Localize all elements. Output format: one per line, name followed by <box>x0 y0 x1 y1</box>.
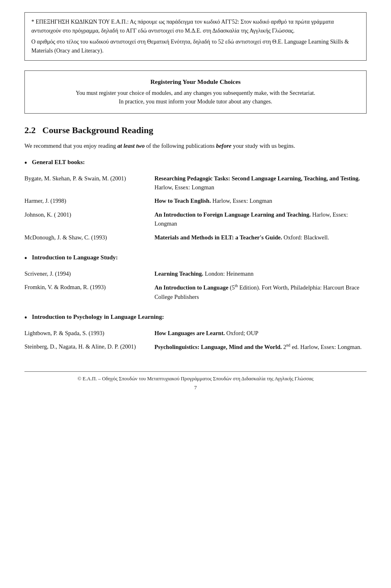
author-cell: McDonough, J. & Shaw, C. (1993) <box>24 232 154 245</box>
ref-cell: How to Teach English. Harlow, Essex: Lon… <box>154 195 367 208</box>
intro-language-study-heading: • Introduction to Language Study: <box>24 254 367 263</box>
superscript: th <box>235 283 238 288</box>
author-cell: Bygate, M. Skehan, P. & Swain, M. (2001) <box>24 173 154 195</box>
bullet-icon: • <box>24 314 27 323</box>
author-cell: Fromkin, V. & Rodman, R. (1993) <box>24 281 154 305</box>
footer: © Ε.Α.Π. – Οδηγός Σπουδών του Μεταπτυχια… <box>24 371 367 391</box>
ref-title: An Introduction to Foreign Language Lear… <box>154 211 311 218</box>
ref-cell: An Introduction to Language (5th Edition… <box>154 281 367 305</box>
ref-cell: Psycholinguistics: Language, Mind and th… <box>154 341 367 355</box>
author-cell: Steinberg, D., Nagata, H. & Aline, D. P.… <box>24 341 154 355</box>
section-number: 2.2 <box>24 125 36 135</box>
table-row: Johnson, K. ( 2001) An Introduction to F… <box>24 209 367 232</box>
intro-bold2: before <box>216 143 231 149</box>
intro-psychology-heading: • Introduction to Psychology in Language… <box>24 314 367 323</box>
register-box-line2: In practice, you must inform your Module… <box>35 97 356 106</box>
footer-text: © Ε.Α.Π. – Οδηγός Σπουδών του Μεταπτυχια… <box>24 376 367 382</box>
intro-psychology-table: Lightbown, P. & Spada, S. (1993) How Lan… <box>24 327 367 355</box>
ref-title: How to Teach English. <box>154 197 211 204</box>
register-box-title: Registering Your Module Choices <box>35 78 356 86</box>
author-cell: Johnson, K. ( 2001) <box>24 209 154 232</box>
ref-title: How Languages are Learnt. <box>154 330 225 336</box>
ref-cell: Materials and Methods in ELT: a Teacher'… <box>154 232 367 245</box>
bullet-icon: • <box>24 159 27 168</box>
table-row: McDonough, J. & Shaw, C. (1993) Material… <box>24 232 367 245</box>
top-note-box: * ΕΠΕΞΗΓΗΣΗ ΚΩΔΙΚΩΝ ΤΟΥ Ε.Α.Π.: Ας πάρου… <box>24 12 367 61</box>
register-box-line1: You must register your choice of modules… <box>35 89 356 97</box>
table-row: Steinberg, D., Nagata, H. & Aline, D. P.… <box>24 341 367 355</box>
ref-title: Researching Pedagogic Tasks: Second Lang… <box>154 175 360 182</box>
ref-title: An Introduction to Language <box>154 284 228 291</box>
table-row: Scrivener, J. (1994) Learning Teaching. … <box>24 268 367 281</box>
author-cell: Harmer, J. (1998) <box>24 195 154 208</box>
table-row: Fromkin, V. & Rodman, R. (1993) An Intro… <box>24 281 367 305</box>
ref-cell: Researching Pedagogic Tasks: Second Lang… <box>154 173 367 195</box>
top-note-line1: * ΕΠΕΞΗΓΗΣΗ ΚΩΔΙΚΩΝ ΤΟΥ Ε.Α.Π.: Ας πάρου… <box>31 18 360 35</box>
ref-title: Materials and Methods in ELT: a Teacher'… <box>154 234 282 241</box>
table-row: Bygate, M. Skehan, P. & Swain, M. (2001)… <box>24 173 367 195</box>
intro-bold1: at least two <box>117 143 145 149</box>
page-number: 7 <box>24 384 367 391</box>
ref-cell: An Introduction to Foreign Language Lear… <box>154 209 367 232</box>
author-cell: Lightbown, P. & Spada, S. (1993) <box>24 327 154 341</box>
intro-psychology-section: • Introduction to Psychology in Language… <box>24 314 367 355</box>
section-2-2: 2.2 Course Background Reading We recomme… <box>24 125 367 151</box>
intro-psychology-label: Introduction to Psychology in Language L… <box>32 314 164 320</box>
ref-cell: Learning Teaching. London: Heinemann <box>154 268 367 281</box>
general-elt-label: General ELT books: <box>32 159 85 166</box>
top-note-line2: Ο αριθμός στο τέλος του κωδικού αντιστοι… <box>31 37 360 55</box>
general-elt-section: • General ELT books: Bygate, M. Skehan, … <box>24 159 367 245</box>
bullet-icon: • <box>24 254 27 263</box>
section-intro: We recommend that you enjoy reading at l… <box>24 141 367 151</box>
general-elt-table: Bygate, M. Skehan, P. & Swain, M. (2001)… <box>24 173 367 246</box>
section-title: Course Background Reading <box>42 125 153 135</box>
ref-title: Psycholinguistics: Language, Mind and th… <box>154 344 282 350</box>
ref-title: Learning Teaching. <box>154 270 203 277</box>
superscript: nd <box>286 343 290 347</box>
intro-language-study-section: • Introduction to Language Study: Scrive… <box>24 254 367 305</box>
register-box: Registering Your Module Choices You must… <box>24 70 367 114</box>
section-heading: 2.2 Course Background Reading <box>24 125 367 136</box>
ref-cell: How Languages are Learnt. Oxford; OUP <box>154 327 367 341</box>
author-cell: Scrivener, J. (1994) <box>24 268 154 281</box>
intro-language-study-table: Scrivener, J. (1994) Learning Teaching. … <box>24 268 367 305</box>
general-elt-heading: • General ELT books: <box>24 159 367 168</box>
table-row: Harmer, J. (1998) How to Teach English. … <box>24 195 367 208</box>
intro-language-study-label: Introduction to Language Study: <box>32 254 118 261</box>
table-row: Lightbown, P. & Spada, S. (1993) How Lan… <box>24 327 367 341</box>
